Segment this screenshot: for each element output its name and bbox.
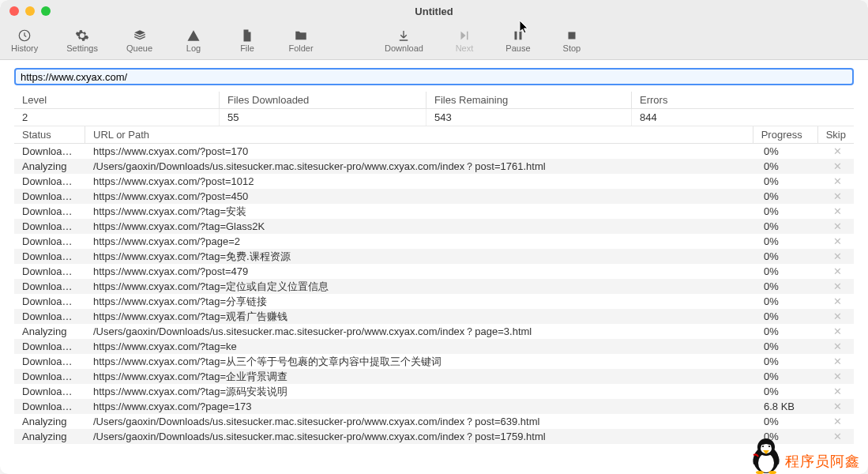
table-row[interactable]: Downloadinghttps://www.cxyax.com/?tag=源码… [14, 384, 854, 399]
row-status: Downloading [14, 220, 85, 232]
skip-button[interactable]: ✕ [833, 280, 842, 292]
detail-body[interactable]: Downloadinghttps://www.cxyax.com/?post=1… [14, 144, 854, 474]
row-progress: 0% [756, 145, 821, 157]
row-url: https://www.cxyax.com/?tag=ke [85, 340, 756, 352]
table-row[interactable]: Downloadinghttps://www.cxyax.com/?page=2… [14, 234, 854, 249]
folder-label: Folder [288, 43, 313, 53]
detail-header-status[interactable]: Status [14, 126, 85, 143]
summary-header-remaining[interactable]: Files Remaining [426, 92, 632, 108]
row-progress: 0% [756, 340, 821, 352]
skip-button[interactable]: ✕ [833, 310, 842, 322]
skip-button[interactable]: ✕ [833, 250, 842, 262]
summary-header-downloaded[interactable]: Files Downloaded [220, 92, 426, 108]
row-url: https://www.cxyax.com/?tag=安装 [85, 205, 756, 219]
log-label: Log [186, 43, 201, 53]
minimize-window-button[interactable] [25, 6, 35, 16]
detail-header-skip[interactable]: Skip [818, 126, 854, 143]
table-row[interactable]: Downloadinghttps://www.cxyax.com/?tag=免费… [14, 249, 854, 264]
layers-icon [133, 28, 147, 43]
stop-button[interactable]: Stop [554, 27, 589, 55]
file-label: File [240, 43, 254, 53]
row-status: Downloading [14, 250, 85, 262]
skip-button[interactable]: ✕ [833, 160, 842, 172]
skip-button[interactable]: ✕ [833, 416, 842, 427]
row-url: https://www.cxyax.com/?page=173 [85, 401, 756, 412]
row-skip-cell: ✕ [821, 205, 854, 217]
row-skip-cell: ✕ [821, 401, 854, 412]
row-progress: 0% [756, 235, 821, 247]
detail-header-progress[interactable]: Progress [753, 126, 818, 143]
row-status: Downloading [14, 145, 85, 157]
row-progress: 0% [756, 220, 821, 232]
skip-button[interactable]: ✕ [833, 371, 842, 382]
table-row[interactable]: Analyzing/Users/gaoxin/Downloads/us.site… [14, 159, 854, 174]
url-bar-container [0, 60, 868, 92]
file-icon [240, 28, 254, 43]
table-row[interactable]: Downloadinghttps://www.cxyax.com/?tag=分享… [14, 294, 854, 309]
table-row[interactable]: Downloadinghttps://www.cxyax.com/?post=4… [14, 264, 854, 279]
file-button[interactable]: File [230, 27, 265, 55]
table-row[interactable]: Downloadinghttps://www.cxyax.com/?page=1… [14, 399, 854, 414]
skip-button[interactable]: ✕ [833, 325, 842, 337]
history-icon [17, 28, 32, 43]
summary-header-errors[interactable]: Errors [632, 92, 854, 108]
row-progress: 0% [756, 356, 821, 367]
settings-button[interactable]: Settings [62, 27, 103, 55]
table-row[interactable]: Analyzing/Users/gaoxin/Downloads/us.site… [14, 324, 854, 339]
skip-button[interactable]: ✕ [833, 145, 842, 157]
row-skip-cell: ✕ [821, 235, 854, 247]
table-row[interactable]: Downloadinghttps://www.cxyax.com/?tag=从三… [14, 354, 854, 369]
row-skip-cell: ✕ [821, 265, 854, 277]
zoom-window-button[interactable] [41, 6, 51, 16]
table-row[interactable]: Downloadinghttps://www.cxyax.com/?tag=ke… [14, 339, 854, 354]
table-row[interactable]: Downloadinghttps://www.cxyax.com/?post=1… [14, 144, 854, 159]
table-row[interactable]: Downloadinghttps://www.cxyax.com/?tag=Gl… [14, 219, 854, 234]
row-progress: 0% [756, 295, 821, 307]
table-row[interactable]: Analyzing/Users/gaoxin/Downloads/us.site… [14, 414, 854, 429]
queue-button[interactable]: Queue [122, 27, 157, 55]
row-skip-cell: ✕ [821, 325, 854, 337]
table-row[interactable]: Analyzing/Users/gaoxin/Downloads/us.site… [14, 429, 854, 444]
skip-button[interactable]: ✕ [833, 401, 842, 412]
watermark-text: 程序员阿鑫 [785, 452, 860, 474]
detail-header-url[interactable]: URL or Path [85, 126, 753, 143]
skip-button[interactable]: ✕ [833, 356, 842, 367]
table-row[interactable]: Downloadinghttps://www.cxyax.com/?tag=观看… [14, 309, 854, 324]
row-status: Analyzing [14, 416, 85, 427]
skip-button[interactable]: ✕ [833, 386, 842, 397]
skip-button[interactable]: ✕ [833, 220, 842, 232]
history-button[interactable]: History [6, 27, 43, 55]
row-status: Downloading [14, 401, 85, 412]
summary-header-level[interactable]: Level [14, 92, 220, 108]
url-input[interactable] [14, 68, 854, 85]
table-row[interactable]: Downloadinghttps://www.cxyax.com/?tag=企业… [14, 369, 854, 384]
row-progress: 0% [756, 265, 821, 277]
table-row[interactable]: Downloadinghttps://www.cxyax.com/?tag=定位… [14, 279, 854, 294]
log-button[interactable]: Log [176, 27, 211, 55]
folder-button[interactable]: Folder [284, 27, 318, 55]
download-button[interactable]: Download [380, 27, 428, 55]
next-label: Next [456, 43, 474, 53]
penguin-icon [749, 436, 783, 474]
skip-button[interactable]: ✕ [833, 265, 842, 277]
row-url: https://www.cxyax.com/?tag=免费.课程资源 [85, 250, 756, 264]
row-status: Downloading [14, 371, 85, 382]
skip-button[interactable]: ✕ [833, 205, 842, 217]
skip-button[interactable]: ✕ [833, 175, 842, 187]
svg-point-9 [762, 446, 764, 447]
pause-button[interactable]: Pause [501, 27, 535, 55]
folder-icon [294, 28, 308, 43]
row-status: Downloading [14, 205, 85, 217]
skip-button[interactable]: ✕ [833, 235, 842, 247]
skip-button[interactable]: ✕ [833, 340, 842, 352]
table-row[interactable]: Downloadinghttps://www.cxyax.com/?post=1… [14, 174, 854, 189]
row-status: Downloading [14, 175, 85, 187]
row-status: Analyzing [14, 160, 85, 172]
table-row[interactable]: Downloadinghttps://www.cxyax.com/?tag=安装… [14, 204, 854, 219]
row-status: Downloading [14, 280, 85, 292]
close-window-button[interactable] [9, 6, 19, 16]
skip-button[interactable]: ✕ [833, 295, 842, 307]
row-status: Downloading [14, 235, 85, 247]
table-row[interactable]: Downloadinghttps://www.cxyax.com/?post=4… [14, 189, 854, 204]
skip-button[interactable]: ✕ [833, 190, 842, 202]
